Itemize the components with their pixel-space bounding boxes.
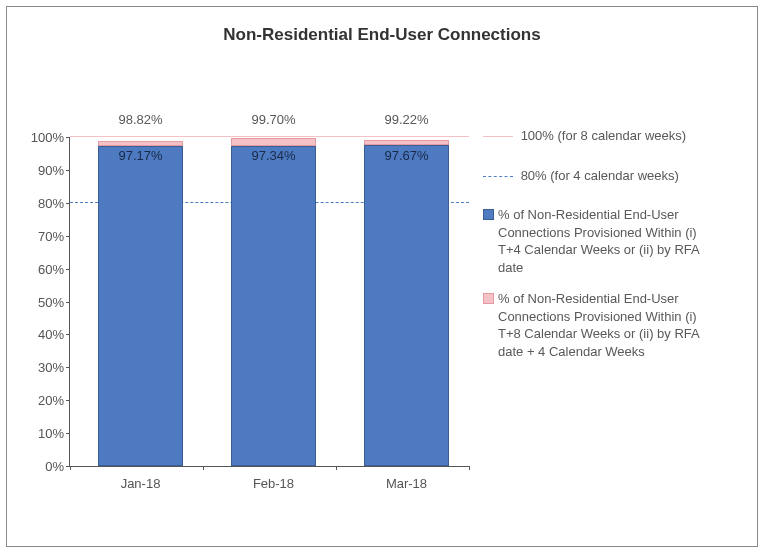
ytick-mark xyxy=(66,433,70,434)
bar-group: 99.70% 97.34% Feb-18 xyxy=(231,137,316,466)
ytick-mark xyxy=(66,269,70,270)
bar-inner-label: 97.67% xyxy=(384,148,428,163)
x-tick xyxy=(469,466,470,470)
legend-line-icon xyxy=(483,176,513,177)
bar-group: 98.82% 97.17% Jan-18 xyxy=(98,137,183,466)
x-tick xyxy=(203,466,204,470)
chart-title: Non-Residential End-User Connections xyxy=(7,25,757,45)
ytick-label: 10% xyxy=(38,426,64,441)
ytick-label: 50% xyxy=(38,294,64,309)
ytick-label: 0% xyxy=(45,459,64,474)
bar-segment-blue xyxy=(98,146,183,466)
ytick-mark xyxy=(66,334,70,335)
ytick-label: 20% xyxy=(38,393,64,408)
bar-segment-pink xyxy=(98,141,183,146)
legend-entry-pink: % of Non-Residential End-User Connection… xyxy=(483,290,745,360)
plot-area: 0% 10% 20% 30% 40% 50% 60% 70% 80% 90% 1… xyxy=(69,137,469,467)
legend-label: 80% (for 4 calendar weeks) xyxy=(521,168,679,183)
ytick-mark xyxy=(66,302,70,303)
x-axis-label: Jan-18 xyxy=(81,476,201,491)
x-tick xyxy=(70,466,71,470)
bar-segment-pink xyxy=(364,140,449,145)
legend: 100% (for 8 calendar weeks) 80% (for 4 c… xyxy=(483,127,745,374)
legend-entry-80: 80% (for 4 calendar weeks) xyxy=(483,167,745,185)
bar-group: 99.22% 97.67% Mar-18 xyxy=(364,137,449,466)
legend-entry-100: 100% (for 8 calendar weeks) xyxy=(483,127,745,145)
ytick-label: 60% xyxy=(38,261,64,276)
ytick-mark xyxy=(66,137,70,138)
bar-inner-label: 97.34% xyxy=(251,148,295,163)
bar-segment-blue xyxy=(364,145,449,466)
ytick-mark xyxy=(66,170,70,171)
bar-segment-blue xyxy=(231,146,316,466)
bar-top-label: 99.70% xyxy=(251,112,295,127)
legend-swatch-icon xyxy=(483,209,494,220)
ytick-mark xyxy=(66,236,70,237)
ytick-mark xyxy=(66,367,70,368)
ytick-label: 80% xyxy=(38,195,64,210)
legend-label: % of Non-Residential End-User Connection… xyxy=(498,206,718,276)
x-axis-label: Mar-18 xyxy=(347,476,467,491)
legend-entry-blue: % of Non-Residential End-User Connection… xyxy=(483,206,745,276)
bar-top-label: 99.22% xyxy=(384,112,428,127)
ytick-label: 30% xyxy=(38,360,64,375)
ytick-mark xyxy=(66,400,70,401)
ytick-label: 70% xyxy=(38,228,64,243)
ytick-label: 100% xyxy=(31,130,64,145)
chart-frame: Non-Residential End-User Connections 0% … xyxy=(6,6,758,547)
x-axis-label: Feb-18 xyxy=(214,476,334,491)
legend-line-icon xyxy=(483,136,513,137)
bar-top-label: 98.82% xyxy=(118,112,162,127)
ytick-label: 40% xyxy=(38,327,64,342)
ytick-mark xyxy=(66,203,70,204)
legend-swatch-icon xyxy=(483,293,494,304)
ytick-label: 90% xyxy=(38,162,64,177)
bar-segment-pink xyxy=(231,138,316,146)
legend-label: % of Non-Residential End-User Connection… xyxy=(498,290,718,360)
legend-label: 100% (for 8 calendar weeks) xyxy=(521,128,686,143)
x-tick xyxy=(336,466,337,470)
bar-inner-label: 97.17% xyxy=(118,148,162,163)
